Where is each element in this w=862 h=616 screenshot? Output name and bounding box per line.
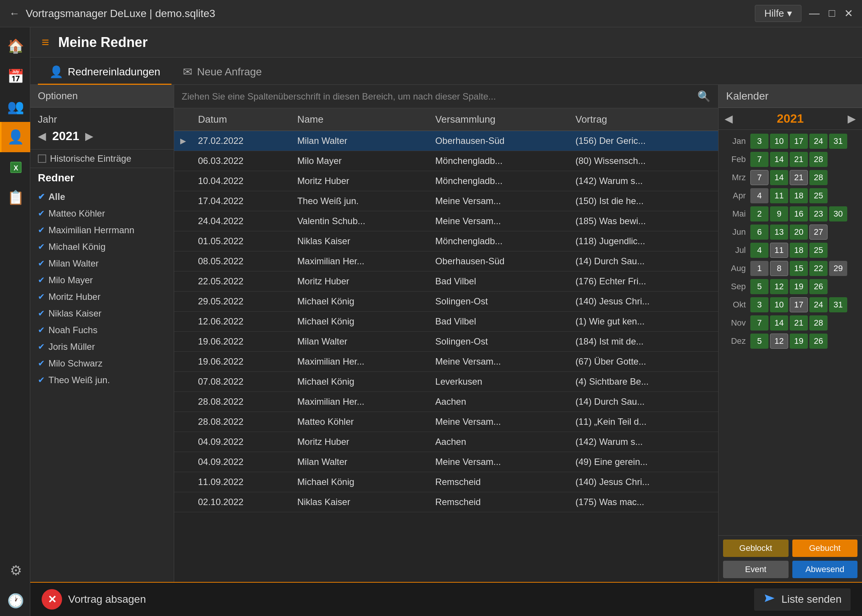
cal-day[interactable]: 4 bbox=[751, 243, 768, 258]
cal-day[interactable]: 7 bbox=[751, 315, 768, 330]
table-header-vortrag[interactable]: Vortrag bbox=[569, 108, 718, 131]
table-header-name[interactable]: Name bbox=[291, 108, 429, 131]
cal-day[interactable]: 11 bbox=[770, 243, 788, 258]
cal-day[interactable]: 10 bbox=[770, 134, 788, 149]
table-row[interactable]: ▶ 27.02.2022 Milan Walter Oberhausen-Süd… bbox=[174, 131, 718, 151]
cal-day[interactable]: 3 bbox=[751, 297, 768, 312]
jahr-next-button[interactable]: ▶ bbox=[85, 130, 94, 142]
cal-day[interactable]: 21 bbox=[790, 315, 808, 330]
cal-day[interactable]: 6 bbox=[751, 225, 768, 240]
table-header-versammlung[interactable]: Versammlung bbox=[429, 108, 569, 131]
table-header-datum[interactable]: Datum bbox=[192, 108, 291, 131]
cal-day[interactable]: 14 bbox=[770, 315, 788, 330]
cal-day[interactable]: 20 bbox=[790, 225, 808, 240]
cal-day[interactable]: 17 bbox=[790, 134, 808, 149]
back-button[interactable]: ← bbox=[9, 8, 20, 20]
cal-day[interactable]: 29 bbox=[829, 261, 847, 276]
table-row[interactable]: 17.04.2022 Theo Weiß jun. Meine Versam..… bbox=[174, 191, 718, 211]
table-row[interactable]: 29.05.2022 Michael König Solingen-Ost (1… bbox=[174, 292, 718, 311]
cal-day[interactable]: 7 bbox=[751, 152, 768, 167]
cal-day[interactable]: 12 bbox=[770, 333, 788, 349]
cal-day[interactable]: 27 bbox=[809, 225, 827, 240]
sidebar-item-notes[interactable]: 📋 bbox=[0, 182, 30, 213]
sidebar-item-history[interactable]: 🕐 bbox=[0, 586, 30, 616]
cal-day[interactable]: 3 bbox=[751, 134, 768, 149]
search-icon[interactable]: 🔍 bbox=[697, 90, 711, 103]
table-row[interactable]: 07.08.2022 Michael König Leverkusen (4) … bbox=[174, 372, 718, 392]
cal-day[interactable]: 24 bbox=[809, 297, 827, 312]
redner-item-michael[interactable]: ✔ Michael König bbox=[38, 239, 166, 255]
cal-day[interactable]: 24 bbox=[809, 134, 827, 149]
redner-item-milo[interactable]: ✔ Milo Mayer bbox=[38, 272, 166, 289]
cal-day[interactable]: 4 bbox=[751, 188, 768, 203]
cal-day[interactable]: 2 bbox=[751, 206, 768, 222]
cal-day[interactable]: 21 bbox=[790, 170, 808, 185]
redner-item-theo[interactable]: ✔ Theo Weiß jun. bbox=[38, 372, 166, 388]
table-row[interactable]: 28.08.2022 Maximilian Her... Aachen (14)… bbox=[174, 392, 718, 412]
cal-day[interactable]: 5 bbox=[751, 333, 768, 349]
minimize-button[interactable]: — bbox=[809, 7, 820, 20]
table-row[interactable]: 08.05.2022 Maximilian Her... Oberhausen-… bbox=[174, 251, 718, 272]
cal-prev-button[interactable]: ◀ bbox=[725, 112, 733, 125]
sidebar-item-group[interactable]: 👥 bbox=[0, 92, 30, 122]
redner-item-noah[interactable]: ✔ Noah Fuchs bbox=[38, 322, 166, 338]
redner-item-moritz[interactable]: ✔ Moritz Huber bbox=[38, 289, 166, 305]
cal-day[interactable]: 17 bbox=[790, 297, 808, 312]
cal-day[interactable]: 13 bbox=[770, 225, 788, 240]
cal-day[interactable]: 22 bbox=[809, 261, 827, 276]
redner-item-niklas[interactable]: ✔ Niklas Kaiser bbox=[38, 305, 166, 322]
redner-item-maximilian[interactable]: ✔ Maximilian Herrmann bbox=[38, 222, 166, 239]
cal-day[interactable]: 28 bbox=[809, 170, 827, 185]
maximize-button[interactable]: □ bbox=[829, 7, 835, 20]
cal-day[interactable]: 18 bbox=[790, 243, 808, 258]
cal-day[interactable]: 31 bbox=[829, 297, 847, 312]
cal-day[interactable]: 16 bbox=[790, 206, 808, 222]
cal-day[interactable]: 10 bbox=[770, 297, 788, 312]
redner-item-milan[interactable]: ✔ Milan Walter bbox=[38, 255, 166, 272]
hamburger-button[interactable]: ≡ bbox=[42, 35, 49, 50]
table-row[interactable]: 24.04.2022 Valentin Schub... Meine Versa… bbox=[174, 211, 718, 231]
cal-day[interactable]: 19 bbox=[790, 333, 808, 349]
cal-day[interactable]: 31 bbox=[829, 134, 847, 149]
close-button[interactable]: ✕ bbox=[844, 7, 853, 20]
cal-day[interactable]: 28 bbox=[809, 315, 827, 330]
legend-geblockt-button[interactable]: Geblockt bbox=[723, 539, 788, 557]
table-row[interactable]: 04.09.2022 Milan Walter Meine Versam... … bbox=[174, 452, 718, 472]
cal-day[interactable]: 28 bbox=[809, 152, 827, 167]
redner-item-milo-schwarz[interactable]: ✔ Milo Schwarz bbox=[38, 355, 166, 372]
cal-day[interactable]: 26 bbox=[809, 333, 827, 349]
table-row[interactable]: 11.09.2022 Michael König Remscheid (140)… bbox=[174, 472, 718, 492]
sidebar-item-home[interactable]: 🏠 bbox=[0, 31, 30, 61]
cancel-button[interactable]: ✕ Vortrag absagen bbox=[42, 589, 146, 610]
redner-item-matteo[interactable]: ✔ Matteo Köhler bbox=[38, 205, 166, 222]
cal-day[interactable]: 21 bbox=[790, 152, 808, 167]
cal-day[interactable]: 14 bbox=[770, 170, 788, 185]
cal-day[interactable]: 12 bbox=[770, 279, 788, 294]
cal-day[interactable]: 25 bbox=[809, 243, 827, 258]
cal-day[interactable]: 1 bbox=[751, 261, 768, 276]
historische-row[interactable]: Historische Einträge bbox=[30, 149, 174, 168]
table-row[interactable]: 12.06.2022 Michael König Bad Vilbel (1) … bbox=[174, 311, 718, 332]
table-row[interactable]: 19.06.2022 Milan Walter Solingen-Ost (18… bbox=[174, 332, 718, 352]
table-row[interactable]: 22.05.2022 Moritz Huber Bad Vilbel (176)… bbox=[174, 272, 718, 292]
sidebar-item-calendar[interactable]: 📅 bbox=[0, 61, 30, 92]
cal-day[interactable]: 8 bbox=[770, 261, 788, 276]
cal-next-button[interactable]: ▶ bbox=[848, 112, 856, 125]
table-row[interactable]: 01.05.2022 Niklas Kaiser Mönchengladb...… bbox=[174, 231, 718, 251]
sidebar-item-person[interactable]: 👤 bbox=[0, 122, 30, 152]
historische-checkbox[interactable] bbox=[38, 154, 46, 163]
legend-gebucht-button[interactable]: Gebucht bbox=[792, 539, 858, 557]
legend-event-button[interactable]: Event bbox=[723, 561, 788, 578]
cal-day[interactable]: 5 bbox=[751, 279, 768, 294]
cal-day[interactable]: 14 bbox=[770, 152, 788, 167]
redner-item-alle[interactable]: ✔ Alle bbox=[38, 189, 166, 205]
cal-day[interactable]: 26 bbox=[809, 279, 827, 294]
cal-day[interactable]: 15 bbox=[790, 261, 808, 276]
cal-day[interactable]: 18 bbox=[790, 188, 808, 203]
cal-day[interactable]: 19 bbox=[790, 279, 808, 294]
jahr-prev-button[interactable]: ◀ bbox=[38, 130, 46, 142]
table-row[interactable]: 28.08.2022 Matteo Köhler Meine Versam...… bbox=[174, 412, 718, 432]
cal-day[interactable]: 23 bbox=[809, 206, 827, 222]
table-row[interactable]: 04.09.2022 Moritz Huber Aachen (142) War… bbox=[174, 432, 718, 452]
sidebar-item-settings[interactable]: ⚙ bbox=[0, 555, 30, 586]
